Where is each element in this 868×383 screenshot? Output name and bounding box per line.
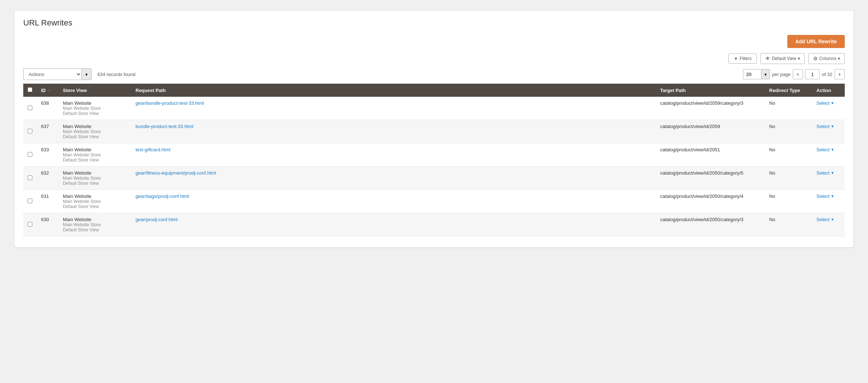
row-checkbox[interactable]	[28, 175, 32, 180]
action-select-link[interactable]: Select ▼	[816, 217, 840, 222]
row-target-path: catalog/product/view/id/2050/category/4	[656, 190, 765, 213]
row-action-cell[interactable]: Select ▼	[812, 190, 845, 213]
col-header-redirect: Redirect Type	[765, 84, 812, 97]
row-checkbox[interactable]	[28, 222, 32, 227]
per-page-input[interactable]	[743, 69, 761, 79]
row-action-cell[interactable]: Select ▼	[812, 97, 845, 120]
action-select-link[interactable]: Select ▼	[816, 147, 840, 152]
row-store-view: Main WebsiteMain Website StoreDefault St…	[58, 190, 131, 213]
row-checkbox-cell	[23, 97, 37, 120]
filter-icon	[734, 56, 738, 61]
chevron-down-icon-2	[838, 56, 840, 61]
row-redirect-type: No	[765, 190, 812, 213]
row-action-cell[interactable]: Select ▼	[812, 167, 845, 190]
eye-icon	[765, 56, 770, 61]
actions-dropdown-button[interactable]	[81, 68, 92, 80]
table-row: 638Main WebsiteMain Website StoreDefault…	[23, 97, 845, 120]
prev-page-button[interactable]	[793, 69, 803, 79]
row-redirect-type: No	[765, 97, 812, 120]
filter-bar: Filters Default View Columns	[23, 53, 845, 64]
row-target-path: catalog/product/view/id/2051	[656, 143, 765, 167]
row-redirect-type: No	[765, 213, 812, 236]
col-header-request: Request Path	[131, 84, 656, 97]
chevron-left-icon	[797, 71, 799, 77]
row-target-path: catalog/product/view/id/2050/category/3	[656, 213, 765, 236]
table-body: 638Main WebsiteMain Website StoreDefault…	[23, 97, 845, 236]
columns-button[interactable]: Columns	[808, 53, 845, 64]
default-view-label: Default View	[772, 56, 796, 61]
request-path-link[interactable]: bundle-product-test-33.html	[136, 124, 193, 129]
request-path-link[interactable]: gear/bundle-product-test-33.html	[136, 100, 204, 106]
next-page-button[interactable]	[835, 69, 845, 79]
row-request-path[interactable]: test-giftcard.html	[131, 143, 656, 167]
row-checkbox-cell	[23, 143, 37, 167]
row-store-view: Main WebsiteMain Website StoreDefault St…	[58, 167, 131, 190]
row-request-path[interactable]: gear/bags/prodj-conf.html	[131, 190, 656, 213]
records-count: 634 records found	[97, 72, 136, 77]
row-target-path: catalog/product/view/id/2050/category/5	[656, 167, 765, 190]
action-select-link[interactable]: Select ▼	[816, 100, 840, 106]
col-header-checkbox	[23, 84, 37, 97]
row-target-path: catalog/product/view/id/2059/category/3	[656, 97, 765, 120]
filters-label: Filters	[740, 56, 752, 61]
table-row: 630Main WebsiteMain Website StoreDefault…	[23, 213, 845, 236]
row-request-path[interactable]: gear/fitness-equipment/prodj-conf.html	[131, 167, 656, 190]
table-header-row: ID Store View Request Path Target Path R…	[23, 84, 845, 97]
col-header-store: Store View	[58, 84, 131, 97]
actions-select[interactable]: Actions	[23, 68, 81, 80]
request-path-link[interactable]: gear/fitness-equipment/prodj-conf.html	[136, 170, 216, 176]
default-view-button[interactable]: Default View	[760, 53, 804, 64]
action-select-link[interactable]: Select ▼	[816, 194, 840, 199]
top-toolbar: Add URL Rewrite	[23, 35, 845, 48]
row-request-path[interactable]: gear/prodj-conf.html	[131, 213, 656, 236]
row-checkbox[interactable]	[28, 129, 32, 133]
row-id: 633	[37, 143, 58, 167]
table-row: 637Main WebsiteMain Website StoreDefault…	[23, 120, 845, 143]
row-request-path[interactable]: gear/bundle-product-test-33.html	[131, 97, 656, 120]
caret-down-icon	[85, 72, 88, 77]
select-all-checkbox[interactable]	[28, 87, 32, 92]
chevron-down-icon	[798, 56, 800, 61]
list-toolbar: Actions 634 records found per page	[23, 68, 845, 80]
row-action-cell[interactable]: Select ▼	[812, 143, 845, 167]
actions-select-wrap: Actions	[23, 68, 92, 80]
row-redirect-type: No	[765, 167, 812, 190]
action-select-link[interactable]: Select ▼	[816, 124, 840, 129]
row-action-cell[interactable]: Select ▼	[812, 213, 845, 236]
add-url-rewrite-button[interactable]: Add URL Rewrite	[787, 35, 845, 48]
request-path-link[interactable]: gear/bags/prodj-conf.html	[136, 194, 189, 199]
pagination-wrap: per page of 32	[743, 69, 845, 79]
request-path-link[interactable]: gear/prodj-conf.html	[136, 217, 178, 222]
row-id: 630	[37, 213, 58, 236]
chevron-right-icon	[839, 71, 840, 77]
row-redirect-type: No	[765, 120, 812, 143]
page-title: URL Rewrites	[23, 18, 845, 28]
request-path-link[interactable]: test-giftcard.html	[136, 147, 170, 152]
row-checkbox[interactable]	[28, 105, 32, 110]
action-chevron-icon: ▼	[831, 148, 834, 152]
per-page-dropdown-button[interactable]	[761, 69, 770, 79]
sort-id-icon[interactable]	[49, 89, 51, 93]
row-action-cell[interactable]: Select ▼	[812, 120, 845, 143]
table-row: 633Main WebsiteMain Website StoreDefault…	[23, 143, 845, 167]
row-id: 632	[37, 167, 58, 190]
table-row: 632Main WebsiteMain Website StoreDefault…	[23, 167, 845, 190]
per-page-caret-icon	[764, 72, 767, 77]
row-checkbox[interactable]	[28, 152, 32, 157]
row-checkbox-cell	[23, 190, 37, 213]
row-id: 631	[37, 190, 58, 213]
row-checkbox-cell	[23, 213, 37, 236]
row-store-view: Main WebsiteMain Website StoreDefault St…	[58, 213, 131, 236]
row-store-view: Main WebsiteMain Website StoreDefault St…	[58, 97, 131, 120]
row-checkbox-cell	[23, 120, 37, 143]
action-chevron-icon: ▼	[831, 218, 834, 222]
row-target-path: catalog/product/view/id/2059	[656, 120, 765, 143]
row-store-view: Main WebsiteMain Website StoreDefault St…	[58, 143, 131, 167]
action-chevron-icon: ▼	[831, 171, 834, 175]
row-checkbox[interactable]	[28, 199, 32, 203]
action-chevron-icon: ▼	[831, 101, 834, 105]
current-page-input[interactable]	[805, 69, 820, 79]
row-request-path[interactable]: bundle-product-test-33.html	[131, 120, 656, 143]
filters-button[interactable]: Filters	[728, 53, 757, 64]
action-select-link[interactable]: Select ▼	[816, 170, 840, 176]
